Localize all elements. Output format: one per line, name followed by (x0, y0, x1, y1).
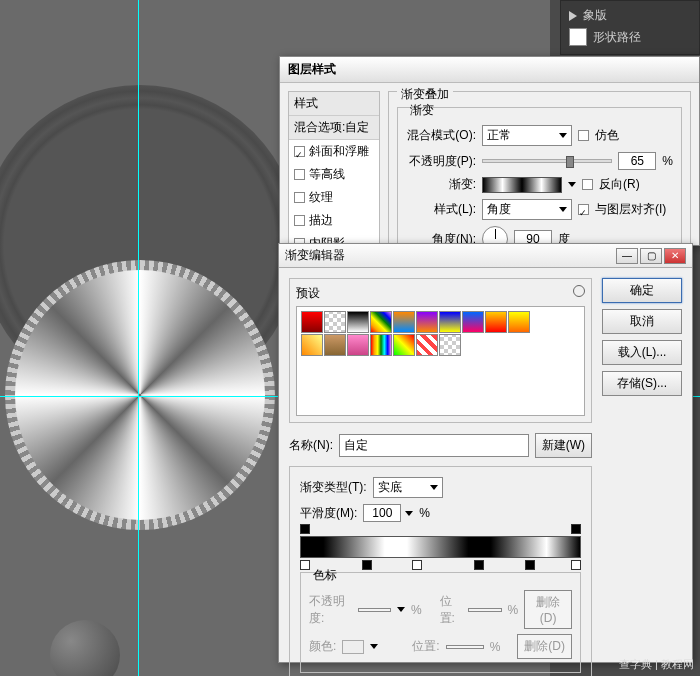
cancel-button[interactable]: 取消 (602, 309, 682, 334)
color-swatch (342, 640, 364, 654)
dialog-layer-style: 图层样式 样式 混合选项:自定 斜面和浮雕 等高线 纹理 描边 内阴影 内发光 … (279, 56, 700, 246)
style-label: 描边 (309, 212, 333, 229)
blendmode-label: 混合模式(O): (406, 127, 476, 144)
chevron-down-icon (559, 207, 567, 212)
color-stop[interactable] (300, 560, 310, 570)
checkbox-icon[interactable] (294, 192, 305, 203)
style-label: 样式(L): (406, 201, 476, 218)
style-label: 等高线 (309, 166, 345, 183)
preset-swatch[interactable] (370, 334, 392, 356)
gradient-type-group: 渐变类型(T): 实底 平滑度(M): 100 % (289, 466, 592, 676)
chevron-down-icon (370, 644, 378, 649)
stop-pos-input (468, 608, 501, 612)
stop-pos-label: 位置: (412, 638, 439, 655)
load-button[interactable]: 载入(L)... (602, 340, 682, 365)
select-value: 角度 (487, 201, 511, 218)
color-stop[interactable] (571, 560, 581, 570)
checkbox-icon[interactable] (294, 146, 305, 157)
smooth-label: 平滑度(M): (300, 505, 357, 522)
ok-button[interactable]: 确定 (602, 278, 682, 303)
delete-button: 删除(D) (517, 634, 572, 659)
percent-label: % (419, 506, 430, 520)
dither-checkbox[interactable] (578, 130, 589, 141)
select-value: 正常 (487, 127, 511, 144)
gradtype-select[interactable]: 实底 (373, 477, 443, 498)
stop-color-label: 颜色: (309, 638, 336, 655)
new-button[interactable]: 新建(W) (535, 433, 592, 458)
gradient-bar[interactable] (300, 536, 581, 558)
dialog-title: 渐变编辑器 (285, 247, 345, 264)
opacity-stop[interactable] (300, 524, 310, 534)
styles-header[interactable]: 样式 (289, 92, 379, 116)
style-select[interactable]: 角度 (482, 199, 572, 220)
chevron-down-icon (559, 133, 567, 138)
preset-swatch[interactable] (324, 311, 346, 333)
smooth-value[interactable]: 100 (363, 504, 401, 522)
preset-swatch[interactable] (301, 311, 323, 333)
dialog-title[interactable]: 图层样式 (280, 57, 699, 83)
save-button[interactable]: 存储(S)... (602, 371, 682, 396)
preset-swatch[interactable] (324, 334, 346, 356)
style-item-bevel[interactable]: 斜面和浮雕 (289, 140, 379, 163)
preset-grid[interactable] (296, 306, 585, 416)
chevron-down-icon[interactable] (405, 511, 413, 516)
dither-label: 仿色 (595, 127, 619, 144)
name-input[interactable]: 自定 (339, 434, 529, 457)
reverse-checkbox[interactable] (582, 179, 593, 190)
panel-item-2[interactable]: 形状路径 (593, 29, 641, 46)
preset-swatch[interactable] (416, 334, 438, 356)
name-label: 名称(N): (289, 437, 333, 454)
titlebar[interactable]: 渐变编辑器 — ▢ ✕ (279, 244, 692, 268)
shape-swatch-icon[interactable] (569, 28, 587, 46)
preset-swatch[interactable] (301, 334, 323, 356)
maximize-button[interactable]: ▢ (640, 248, 662, 264)
checkbox-icon[interactable] (294, 169, 305, 180)
blendmode-select[interactable]: 正常 (482, 125, 572, 146)
panel-item-1[interactable]: 象版 (583, 7, 607, 24)
small-knob (50, 620, 120, 676)
align-checkbox[interactable] (578, 204, 589, 215)
presets-group: 预设 (289, 278, 592, 423)
preset-swatch[interactable] (462, 311, 484, 333)
percent-label: % (490, 640, 501, 654)
presets-label: 预设 (296, 285, 320, 302)
preset-swatch[interactable] (508, 311, 530, 333)
checkbox-icon[interactable] (294, 215, 305, 226)
gear-icon[interactable] (573, 285, 585, 297)
preset-swatch[interactable] (485, 311, 507, 333)
opacity-stop[interactable] (571, 524, 581, 534)
preset-swatch[interactable] (347, 334, 369, 356)
dial-metal (15, 270, 265, 520)
preset-swatch[interactable] (393, 334, 415, 356)
stop-pos-label: 位置: (440, 593, 463, 627)
color-stop[interactable] (525, 560, 535, 570)
preset-swatch[interactable] (347, 311, 369, 333)
gradient-preview[interactable] (482, 177, 562, 193)
opacity-slider[interactable] (482, 159, 612, 163)
color-stop[interactable] (412, 560, 422, 570)
preset-swatch[interactable] (439, 334, 461, 356)
chevron-down-icon (430, 485, 438, 490)
color-stop[interactable] (474, 560, 484, 570)
chevron-down-icon (397, 607, 405, 612)
preset-swatch[interactable] (416, 311, 438, 333)
guide-vertical (138, 0, 139, 676)
play-icon[interactable] (569, 11, 577, 21)
style-item-stroke[interactable]: 描边 (289, 209, 379, 232)
color-stop[interactable] (362, 560, 372, 570)
style-item-contour[interactable]: 等高线 (289, 163, 379, 186)
opacity-value[interactable]: 65 (618, 152, 656, 170)
minimize-button[interactable]: — (616, 248, 638, 264)
stop-opacity-input (358, 608, 391, 612)
preset-swatch[interactable] (439, 311, 461, 333)
preset-swatch[interactable] (393, 311, 415, 333)
gradient-label: 渐变: (406, 176, 476, 193)
percent-label: % (508, 603, 519, 617)
blend-options[interactable]: 混合选项:自定 (289, 116, 379, 140)
preset-swatch[interactable] (370, 311, 392, 333)
chevron-down-icon[interactable] (568, 182, 576, 187)
style-item-texture[interactable]: 纹理 (289, 186, 379, 209)
gradtype-label: 渐变类型(T): (300, 479, 367, 496)
dialog-buttons: 确定 取消 载入(L)... 存储(S)... (602, 278, 682, 676)
close-button[interactable]: ✕ (664, 248, 686, 264)
